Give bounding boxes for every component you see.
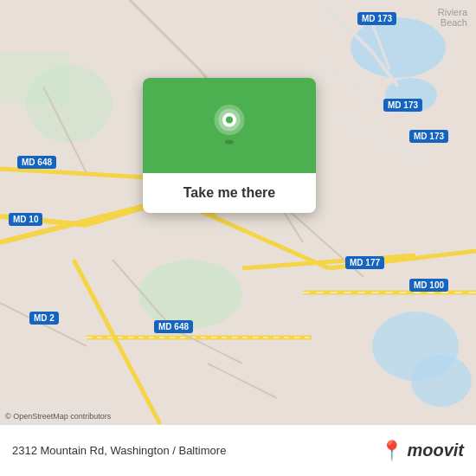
road-label-md173-1: MD 173 [357,12,396,25]
svg-line-30 [173,329,242,363]
road-label-md173-2: MD 173 [383,99,422,112]
road-label-md648-2: MD 648 [154,320,193,333]
svg-point-40 [225,140,234,145]
osm-copyright-map: © OpenStreetMap contributors [5,412,111,421]
road-label-md648-1: MD 648 [17,156,56,169]
svg-point-3 [411,355,472,407]
moovit-pin-icon: 📍 [380,441,403,460]
road-label-md177: MD 177 [345,256,384,269]
road-label-md2: MD 2 [29,312,59,325]
road-label-md10: MD 10 [9,213,42,226]
svg-line-32 [0,303,87,346]
moovit-logo: 📍 moovit [380,441,464,460]
svg-point-39 [226,117,233,124]
moovit-brand-text: moovit [407,441,464,460]
svg-line-23 [346,121,415,156]
bottom-bar: 2312 Mountain Rd, Washington / Baltimore… [0,424,476,476]
riviera-beach-label: RivieraBeach [438,7,467,28]
svg-line-18 [0,169,147,177]
popup-green-area [143,78,316,173]
road-label-md173-3: MD 173 [409,130,448,143]
svg-line-20 [320,0,372,52]
svg-point-4 [138,260,242,329]
location-pin-icon [209,105,250,146]
svg-line-25 [130,0,199,69]
popup-card: Take me there [143,78,316,213]
map-container: MD 173 MD 173 MD 173 MD 648 MD 10 MD 2 M… [0,0,476,424]
svg-rect-6 [0,52,69,104]
address-text: 2312 Mountain Rd, Washington / Baltimore [12,444,380,457]
take-me-there-button[interactable]: Take me there [143,173,316,213]
svg-point-0 [351,17,446,78]
road-label-md100: MD 100 [409,279,448,292]
svg-line-33 [208,363,277,398]
